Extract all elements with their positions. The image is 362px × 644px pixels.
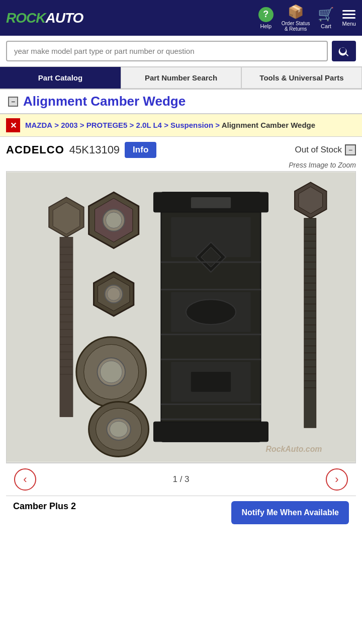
svg-rect-3 [60,237,73,417]
svg-point-37 [110,421,128,437]
cart-icon: 🛒 [318,7,334,22]
product-image-area[interactable]: RockAuto.com [6,171,356,463]
minimize-icon: − [348,146,352,154]
svg-point-33 [100,361,122,383]
minus-icon: − [11,98,15,106]
logo-accent: ROCK [6,10,45,26]
next-image-button[interactable]: › [326,468,348,491]
svg-rect-48 [153,422,268,442]
breadcrumb: MAZDA > 2003 > PROTEGE5 > 2.0L L4 > Susp… [25,120,315,131]
breadcrumb-suspension[interactable]: Suspension [170,121,213,129]
tab-bar: Part Catalog Part Number Search Tools & … [0,67,362,90]
notify-button[interactable]: Notify Me When Available [231,501,349,524]
category-header: − Alignment Camber Wedge [0,90,362,114]
stock-status: Out of Stock − [295,144,356,155]
part-number: 45K13109 [69,143,120,156]
svg-point-25 [106,212,122,228]
logo: ROCKAUTO [6,10,253,26]
image-nav: ‹ 1 / 3 › [6,463,356,496]
help-icon: ? [258,7,274,22]
tab-tools-universal[interactable]: Tools & Universal Parts [241,67,362,89]
svg-point-29 [107,288,120,301]
cart-label: Cart [321,23,331,29]
breadcrumb-engine[interactable]: 2.0L L4 [136,121,162,129]
order-status-button[interactable]: 📦 Order Status& Returns [282,4,310,32]
close-icon[interactable]: ✕ [6,118,20,132]
prev-image-button[interactable]: ‹ [14,468,36,491]
parts-illustration: RockAuto.com [7,172,355,462]
svg-rect-40 [191,197,231,208]
tab-catalog-label: Part Catalog [38,73,82,82]
alert-bar: ✕ MAZDA > 2003 > PROTEGE5 > 2.0L L4 > Su… [0,114,362,137]
menu-button[interactable]: Menu [342,9,356,27]
breadcrumb-2003[interactable]: 2003 [61,121,77,129]
svg-point-45 [186,299,236,325]
zoom-hint: Press Image to Zoom [6,161,356,169]
part-header: ACDELCO 45K13109 Info Out of Stock − [6,142,356,158]
tab-tools-label: Tools & Universal Parts [259,73,343,82]
tab-part-catalog[interactable]: Part Catalog [0,67,121,89]
cart-button[interactable]: 🛒 Cart [318,7,334,29]
header: ROCKAUTO ? Help 📦 Order Status& Returns … [0,0,362,36]
bottom-section: Camber Plus 2 Notify Me When Available [6,496,356,529]
collapse-button[interactable]: − [8,97,18,107]
part-description: Camber Plus 2 [13,501,76,512]
search-icon [338,45,350,57]
prev-arrow-icon: ‹ [23,473,27,486]
svg-rect-57 [304,218,316,428]
product-image[interactable]: RockAuto.com [7,172,355,462]
svg-rect-47 [191,372,231,392]
minimize-button[interactable]: − [345,144,356,155]
help-button[interactable]: ? Help [258,7,274,29]
hamburger-icon [342,10,355,19]
watermark-text: RockAuto.com [266,445,322,453]
breadcrumb-current: Alignment Camber Wedge [222,121,315,129]
stock-status-text: Out of Stock [295,145,342,155]
brand-name: ACDELCO [6,143,64,156]
search-button[interactable] [332,41,356,61]
image-counter: 1 / 3 [172,474,189,485]
breadcrumb-protege5[interactable]: PROTEGE5 [86,121,128,129]
search-bar [0,36,362,67]
info-button[interactable]: Info [125,142,156,158]
tab-part-number-label: Part Number Search [145,73,217,82]
search-input[interactable] [6,41,328,61]
order-label: Order Status& Returns [282,21,310,32]
breadcrumb-mazda[interactable]: MAZDA [25,121,52,129]
tab-part-number-search[interactable]: Part Number Search [121,67,241,89]
part-container: ACDELCO 45K13109 Info Out of Stock − Pre… [0,137,362,534]
next-arrow-icon: › [335,473,338,486]
help-label: Help [260,23,272,29]
category-title: Alignment Camber Wedge [23,94,186,109]
menu-label: Menu [342,21,356,27]
order-icon: 📦 [288,4,304,20]
header-icons: ? Help 📦 Order Status& Returns 🛒 Cart Me… [258,4,356,32]
